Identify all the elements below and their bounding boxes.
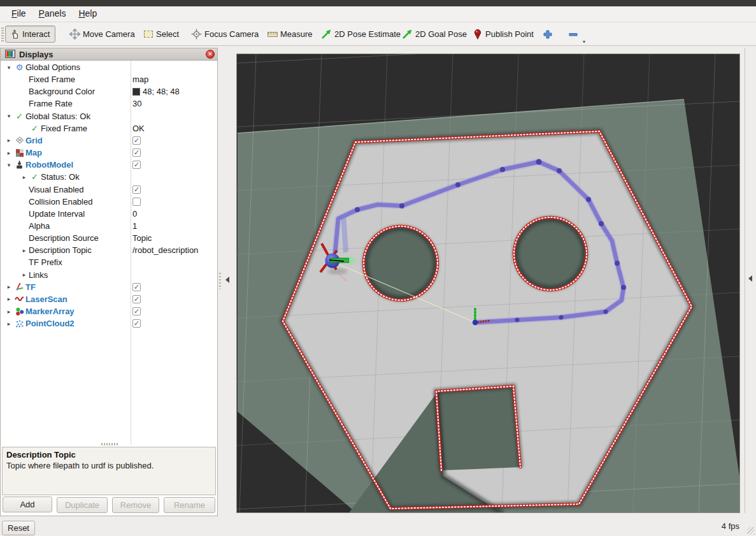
tool-add-tool[interactable]	[538, 25, 559, 43]
laser-icon	[13, 295, 25, 303]
check-icon: ✓	[13, 112, 25, 121]
property-label: PointCloud2	[25, 319, 75, 328]
chevron-down-icon[interactable]: ▾	[4, 162, 13, 168]
property-value[interactable]: 0	[132, 209, 137, 219]
tree-row-visual-enabled[interactable]: Visual Enabled✓	[1, 184, 217, 196]
chevron-right-icon[interactable]: ▸	[4, 296, 13, 302]
property-label: Grid	[25, 136, 43, 145]
chevron-right-icon[interactable]: ▸	[20, 272, 29, 278]
robot-icon	[13, 161, 25, 170]
chevron-right-icon[interactable]: ▸	[4, 321, 13, 327]
tree-row-description-topic[interactable]: ▸Description Topic/robot_description	[1, 244, 217, 256]
tool-interact[interactable]: Interact	[5, 25, 55, 43]
rename-button[interactable]: Rename	[164, 497, 215, 513]
checkbox-checked[interactable]: ✓	[132, 283, 141, 291]
property-value[interactable]: 48; 48; 48	[143, 87, 180, 96]
left-splitter-dots[interactable]	[219, 273, 221, 289]
checkbox-checked[interactable]: ✓	[132, 136, 141, 145]
tool-goal-pose[interactable]: 2D Goal Pose	[398, 25, 473, 43]
tree-row-update-interval[interactable]: Update Interval0	[1, 208, 217, 220]
chevron-down-icon[interactable]: ▾	[4, 64, 13, 71]
tree-row-description-source[interactable]: Description SourceTopic	[1, 232, 217, 244]
chevron-right-icon[interactable]: ▸	[4, 150, 13, 156]
tool-remove-tool[interactable]: ▾	[564, 25, 584, 43]
checkbox-unchecked[interactable]	[132, 198, 141, 206]
panel-splitter-handle[interactable]	[101, 443, 118, 445]
close-icon[interactable]	[206, 50, 215, 59]
property-value[interactable]: 1	[132, 221, 137, 231]
tree-column-divider[interactable]	[131, 61, 131, 445]
checkbox-checked[interactable]: ✓	[132, 307, 141, 315]
tree-row-robotmodel[interactable]: ▾RobotModel✓	[1, 159, 217, 171]
toolbar-drag-handle[interactable]	[1, 27, 4, 41]
tree-row-alpha[interactable]: Alpha1	[1, 220, 217, 232]
property-label: Links	[29, 270, 48, 280]
plus-icon	[542, 29, 553, 40]
tree-row-tf-prefix[interactable]: TF Prefix	[1, 256, 217, 268]
collapse-right-panel-icon[interactable]	[748, 275, 752, 282]
remove-button[interactable]: Remove	[112, 497, 159, 513]
property-value[interactable]: map	[132, 75, 148, 84]
chevron-right-icon[interactable]: ▸	[20, 247, 29, 254]
tree-row-collision-enabled[interactable]: Collision Enabled	[1, 196, 217, 208]
displays-panel-header[interactable]: Displays	[1, 48, 217, 61]
tool-pose-estimate[interactable]: 2D Pose Estimate	[317, 25, 406, 43]
chevron-down-icon[interactable]: ▾	[4, 113, 13, 119]
tool-measure[interactable]: Measure	[263, 25, 318, 43]
checkbox-checked[interactable]: ✓	[132, 185, 141, 194]
tf-icon	[13, 282, 25, 291]
add-button[interactable]: Add	[3, 496, 52, 512]
property-label: Description Topic	[29, 245, 92, 255]
property-value[interactable]: Topic	[132, 233, 152, 243]
property-label: RobotModel	[25, 160, 73, 170]
window-top-strip	[0, 0, 756, 6]
property-value[interactable]: OK	[132, 124, 145, 133]
tree-row-background-color[interactable]: Background Color48; 48; 48	[1, 85, 217, 98]
tree-row-global-status-ok[interactable]: ▾✓Global Status: Ok	[1, 110, 217, 122]
chevron-right-icon[interactable]: ▸	[20, 174, 29, 180]
tool-move-camera[interactable]: Move Camera	[66, 25, 141, 43]
menu-help[interactable]: Help	[72, 6, 103, 20]
property-label: Fixed Frame	[41, 124, 87, 133]
checkbox-checked[interactable]: ✓	[132, 295, 141, 303]
tree-row-map[interactable]: ▸Map✓	[1, 147, 217, 159]
tree-row-fixed-frame[interactable]: ✓Fixed FrameOK	[1, 122, 217, 134]
checkbox-checked[interactable]: ✓	[132, 148, 141, 157]
tree-row-status-ok[interactable]: ▸✓Status: Ok	[1, 171, 217, 183]
property-label: TF Prefix	[29, 257, 62, 267]
tree-row-frame-rate[interactable]: Frame Rate30	[1, 98, 217, 110]
3d-viewport[interactable]	[236, 54, 740, 513]
tree-row-grid[interactable]: ▸Grid✓	[1, 134, 217, 147]
property-value[interactable]: /robot_description	[132, 245, 198, 255]
tree-row-pointcloud2[interactable]: ▸PointCloud2✓	[1, 317, 217, 330]
window-resize-grip[interactable]	[747, 527, 755, 535]
markers-icon	[13, 307, 25, 316]
tree-row-tf[interactable]: ▸TF✓	[1, 281, 217, 293]
tool-publish-point[interactable]: Publish Point	[468, 25, 539, 43]
color-swatch[interactable]	[132, 88, 140, 96]
duplicate-button[interactable]: Duplicate	[57, 497, 108, 513]
property-label: Alpha	[29, 221, 50, 231]
checkbox-checked[interactable]: ✓	[132, 319, 141, 328]
tool-label: Publish Point	[485, 29, 534, 39]
collapse-left-panel-icon[interactable]	[225, 277, 229, 283]
right-splitter[interactable]	[745, 48, 745, 513]
menu-panels[interactable]: Panels	[32, 6, 73, 20]
chevron-right-icon[interactable]: ▸	[4, 137, 13, 143]
tree-row-markerarray[interactable]: ▸MarkerArray✓	[1, 305, 217, 317]
property-label: Frame Rate	[29, 99, 73, 108]
hand-icon	[9, 29, 20, 40]
tree-row-fixed-frame[interactable]: Fixed Framemap	[1, 73, 217, 85]
chevron-right-icon[interactable]: ▸	[4, 284, 13, 290]
tree-row-links[interactable]: ▸Links	[1, 269, 217, 281]
tree-row-global-options[interactable]: ▾⚙Global Options	[1, 61, 217, 73]
checkbox-checked[interactable]: ✓	[132, 161, 141, 169]
chevron-right-icon[interactable]: ▸	[4, 308, 13, 315]
tool-focus-camera[interactable]: Focus Camera	[187, 25, 264, 43]
menu-file[interactable]: File	[5, 6, 32, 20]
check-icon: ✓	[29, 124, 41, 133]
tree-row-laserscan[interactable]: ▸LaserScan✓	[1, 293, 217, 305]
reset-button[interactable]: Reset	[2, 521, 35, 535]
tool-select[interactable]: Select	[139, 25, 185, 43]
property-value[interactable]: 30	[132, 99, 141, 108]
